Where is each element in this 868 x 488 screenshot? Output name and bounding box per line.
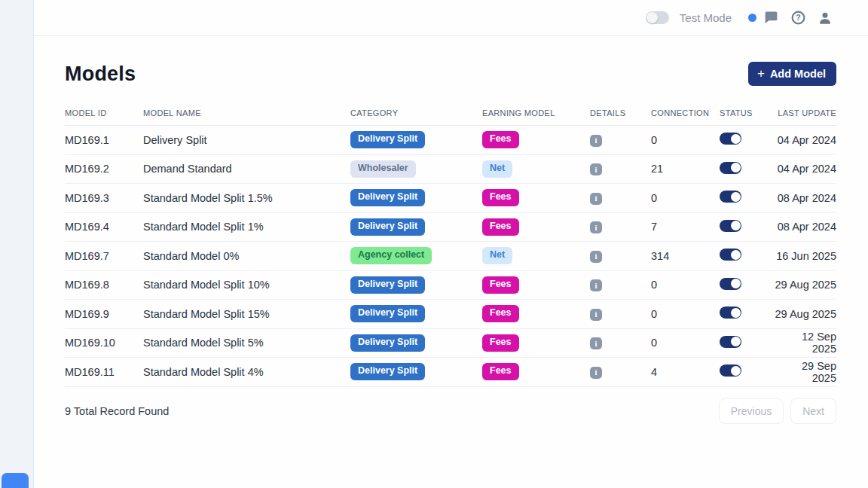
table-row: MD169.11Standard Model Split 4%Delivery … [65,358,836,387]
toggle-knob [646,12,658,23]
status-cell [720,133,775,147]
status-cell [720,336,775,350]
earning-model-cell: Fees [482,131,590,148]
connection-count: 0 [651,279,720,291]
total-records-text: 9 Total Record Found [65,405,169,417]
model-name-cell: Standard Model Split 10% [143,279,350,291]
earning-model-cell: Fees [482,276,590,294]
status-toggle[interactable] [720,278,741,290]
status-cell [720,220,775,234]
info-icon[interactable]: i [590,193,602,205]
last-update-cell: 04 Apr 2024 [775,134,836,146]
connection-count: 0 [651,308,720,320]
info-icon[interactable]: i [590,367,602,379]
column-header: CONNECTION [651,108,720,117]
status-toggle[interactable] [720,191,741,203]
category-badge: Delivery Split [350,189,425,206]
toggle-knob [731,134,741,144]
info-icon[interactable]: i [590,221,602,233]
category-cell: Agency collect [350,247,482,264]
info-icon[interactable]: i [590,279,602,291]
status-toggle[interactable] [720,249,741,261]
model-id-cell: MD169.8 [65,279,143,291]
earning-model-badge: Fees [482,305,519,322]
connection-count: 314 [651,250,720,262]
last-update-cell: 08 Apr 2024 [775,192,836,204]
info-icon[interactable]: i [590,337,602,349]
status-toggle[interactable] [720,307,741,319]
column-header: STATUS [720,108,775,117]
category-badge: Delivery Split [350,276,425,294]
status-cell [720,307,775,321]
topbar: Test Mode ? [34,0,868,36]
model-name-cell: Standard Model Split 1% [143,221,350,233]
earning-model-cell: Net [482,247,590,264]
connection-count: 4 [651,366,720,378]
last-update-cell: 29 Sep 2025 [775,360,836,384]
earning-model-cell: Fees [482,363,590,380]
pagination: Previous Next [719,398,836,424]
model-name-cell: Standard Model Split 1.5% [143,192,350,204]
user-icon[interactable] [817,10,833,26]
info-icon[interactable]: i [590,309,602,321]
column-header: CATEGORY [350,108,482,117]
sidebar-rail [0,0,34,488]
table-body: MD169.1Delivery SplitDelivery SplitFeesi… [65,126,836,387]
table-row: MD169.8Standard Model Split 10%Delivery … [65,271,836,300]
status-cell [720,191,775,205]
model-id-cell: MD169.2 [65,163,143,175]
details-cell: i [590,221,651,234]
last-update-cell: 29 Aug 2025 [775,308,836,320]
chat-widget-button[interactable] [2,473,29,488]
earning-model-badge: Fees [482,363,519,380]
main-content: Models + Add Model MODEL IDMODEL NAMECAT… [34,36,868,488]
category-badge: Delivery Split [350,334,425,352]
status-toggle[interactable] [720,336,741,348]
toggle-knob [731,163,741,172]
previous-button[interactable]: Previous [719,398,784,424]
details-cell: i [590,191,651,205]
status-toggle[interactable] [720,162,741,174]
status-cell [720,364,775,379]
info-icon[interactable]: i [590,163,602,175]
category-cell: Delivery Split [350,334,482,352]
status-cell [720,249,775,263]
table-row: MD169.1Delivery SplitDelivery SplitFeesi… [65,126,836,155]
earning-model-badge: Fees [482,189,519,206]
details-cell: i [590,249,651,263]
details-cell: i [590,279,651,292]
table-row: MD169.3Standard Model Split 1.5%Delivery… [65,184,836,213]
test-mode-toggle[interactable] [646,11,669,24]
earning-model-badge: Fees [482,218,519,236]
model-id-cell: MD169.1 [65,134,143,146]
help-icon[interactable]: ? [790,10,806,26]
chat-icon[interactable] [763,10,779,26]
info-icon[interactable]: i [590,251,602,263]
details-cell: i [590,133,651,147]
column-header: LAST UPDATE [775,108,836,117]
table-row: MD169.2Demand StandardWholesalerNeti2104… [65,155,836,185]
model-name-cell: Standard Model Split 4% [143,366,350,378]
earning-model-badge: Fees [482,334,519,352]
category-cell: Delivery Split [350,305,482,322]
category-badge: Agency collect [350,247,432,264]
connection-count: 21 [651,163,720,175]
toggle-knob [731,308,741,318]
svg-text:?: ? [796,13,800,22]
status-toggle[interactable] [720,364,741,377]
add-model-button[interactable]: + Add Model [748,62,836,86]
category-badge: Delivery Split [350,305,425,322]
model-name-cell: Delivery Split [143,134,350,146]
earning-model-badge: Net [482,160,512,178]
status-toggle[interactable] [720,133,741,145]
toggle-knob [731,337,741,346]
last-update-cell: 16 Jun 2025 [775,250,836,262]
details-cell: i [590,163,651,176]
next-button[interactable]: Next [790,398,836,424]
status-toggle[interactable] [720,220,741,232]
category-cell: Delivery Split [350,189,482,206]
category-cell: Wholesaler [350,160,482,178]
models-table: MODEL IDMODEL NAMECATEGORYEARNING MODELD… [65,108,836,387]
connection-count: 0 [651,192,720,204]
info-icon[interactable]: i [590,135,602,147]
